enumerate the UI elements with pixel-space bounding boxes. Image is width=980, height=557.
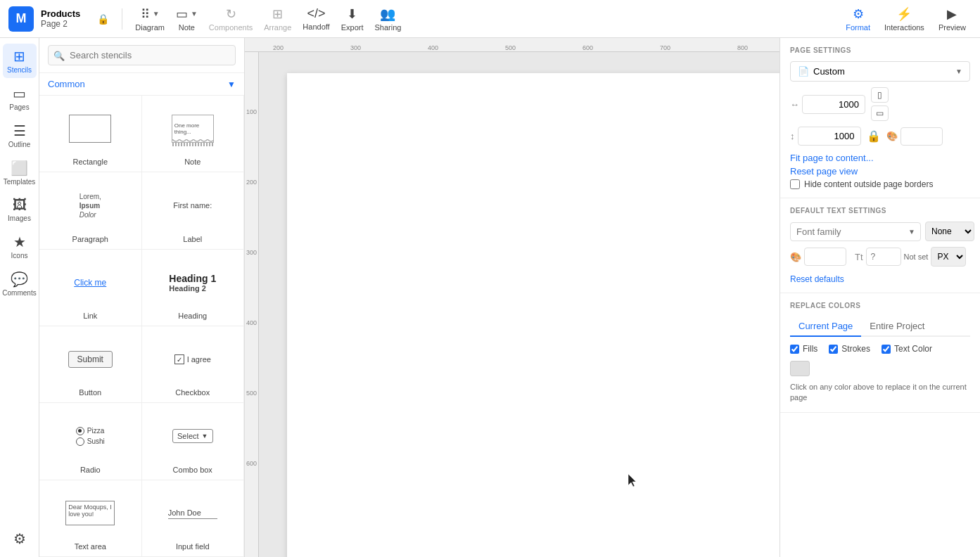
lock-dimensions-button[interactable]: 🔒 — [867, 129, 881, 143]
font-style-select[interactable]: None — [925, 222, 974, 241]
ruler-mark-700: 700 — [660, 44, 670, 51]
diagram-button[interactable]: ⠿ ▼ Diagram — [129, 4, 170, 34]
stencil-button[interactable]: Submit Button — [39, 326, 142, 403]
height-input-wrap: ↕ — [790, 127, 861, 146]
outline-icon: ☰ — [13, 122, 26, 139]
link-shape: Click me — [74, 278, 106, 288]
radio-label: Radio — [80, 466, 101, 474]
textarea-preview: Dear Moqups, I love you! — [45, 489, 136, 538]
sharing-label: Sharing — [374, 23, 401, 32]
reset-defaults-link[interactable]: Reset defaults — [790, 274, 844, 284]
stencil-label[interactable]: First name: Label — [142, 172, 245, 249]
portrait-button[interactable]: ▯ — [871, 87, 889, 103]
components-button[interactable]: ↻ Components — [203, 4, 258, 34]
radio-dot — [78, 429, 82, 433]
font-style-wrap: None — [925, 222, 974, 241]
checkbox-preview: ✓ I agree — [148, 335, 238, 384]
sidebar-item-stencils[interactable]: ⊞ Stencils — [3, 44, 37, 78]
font-family-input[interactable] — [790, 222, 921, 241]
note-dropdown-arrow: ▼ — [191, 10, 198, 18]
tab-entire-project[interactable]: Entire Project — [861, 316, 933, 335]
fills-checkbox[interactable] — [790, 345, 799, 354]
label-shape: First name: — [173, 201, 212, 210]
export-button[interactable]: ⬇ Export — [336, 4, 369, 34]
stencil-rectangle[interactable]: Rectangle — [39, 96, 142, 172]
px-select[interactable]: PX — [931, 247, 966, 267]
stencil-paragraph[interactable]: Lorem,IpsumDolor Paragraph — [39, 172, 142, 249]
hide-content-checkbox[interactable] — [790, 179, 800, 189]
stencil-textarea[interactable]: Dear Moqups, I love you! Text area — [39, 480, 142, 557]
fills-checkbox-item: Fills — [790, 344, 817, 354]
sidebar-item-settings[interactable]: ⚙ — [3, 526, 37, 551]
input-label: Input field — [176, 542, 210, 551]
arrange-button[interactable]: ⊞ Arrange — [258, 4, 297, 34]
note-shape: One more thing... — [172, 115, 214, 143]
width-input[interactable] — [802, 95, 865, 114]
templates-icon: ⬜ — [11, 160, 28, 177]
toolbar: M Products Page 2 🔒 ⠿ ▼ Diagram ▭ ▼ Note… — [0, 0, 980, 38]
fit-page-link[interactable]: Fit page to content... — [790, 153, 970, 163]
text-color-input[interactable] — [804, 248, 846, 266]
strokes-checkbox-item: Strokes — [829, 344, 870, 354]
px-select-wrap: PX — [931, 247, 959, 267]
ruler-mark-800: 800 — [737, 44, 748, 51]
height-input[interactable] — [798, 127, 861, 146]
sidebar-item-templates[interactable]: ⬜ Templates — [3, 155, 37, 190]
custom-select[interactable]: 📄 Custom ▼ — [790, 61, 970, 82]
sidebar-item-comments[interactable]: 💬 Comments — [3, 267, 37, 301]
reset-view-link[interactable]: Reset page view — [790, 166, 970, 177]
label-preview: First name: — [148, 181, 238, 230]
radio-circle-1 — [76, 427, 84, 435]
sidebar-item-outline[interactable]: ☰ Outline — [3, 118, 37, 153]
note-button[interactable]: ▭ ▼ Note — [170, 4, 203, 34]
interactions-button[interactable]: ⚡ Interactions — [879, 4, 930, 34]
app-title: Products Page 2 — [41, 8, 80, 29]
arrange-icon: ⊞ — [272, 6, 283, 22]
format-button[interactable]: ⚙ Format — [840, 4, 876, 34]
diagram-label: Diagram — [135, 23, 165, 32]
color-swatch[interactable] — [790, 361, 810, 376]
preview-button[interactable]: ▶ Preview — [933, 4, 972, 34]
landscape-button[interactable]: ▭ — [871, 105, 889, 121]
stencil-category-header[interactable]: Common ▼ — [39, 73, 244, 96]
stencil-heading[interactable]: Heading 1 Heading 2 Heading — [142, 250, 245, 326]
sidebar-item-images[interactable]: 🖼 Images — [3, 193, 37, 226]
tab-current-page[interactable]: Current Page — [790, 316, 861, 337]
stencil-input[interactable]: John Doe Input field — [142, 480, 245, 557]
text-color-checkbox[interactable] — [882, 345, 891, 354]
ruler-mark-v500: 500 — [246, 390, 257, 397]
stencil-link[interactable]: Click me Link — [39, 250, 142, 326]
category-arrow: ▼ — [227, 79, 236, 89]
canvas-area[interactable]: 200 300 400 500 600 700 800 100 200 300 … — [245, 38, 779, 557]
handoff-button[interactable]: </> Handoff — [297, 4, 335, 34]
bg-color-input[interactable] — [901, 127, 943, 146]
sidebar-item-icons[interactable]: ★ Icons — [3, 229, 37, 264]
height-row: ↕ 🔒 🎨 — [790, 127, 970, 146]
custom-label: Custom — [813, 66, 845, 77]
text-color-label: Text Color — [894, 344, 932, 354]
canvas-page[interactable] — [287, 73, 779, 557]
lock-icon[interactable]: 🔒 — [97, 13, 109, 25]
heading-shape: Heading 1 Heading 2 — [169, 273, 216, 293]
pages-label: Pages — [9, 103, 29, 111]
sharing-button[interactable]: 👥 Sharing — [369, 4, 407, 34]
ruler-mark-500: 500 — [505, 44, 516, 51]
stencil-combobox[interactable]: Select ▼ Combo box — [142, 403, 245, 480]
font-size-input[interactable] — [866, 248, 901, 266]
search-input[interactable] — [48, 45, 236, 65]
page-settings-title: PAGE SETTINGS — [790, 46, 970, 54]
radio-preview: Pizza Sushi — [45, 411, 136, 461]
note-icon: ▭ — [176, 6, 188, 22]
stencil-grid: Rectangle One more thing... Note — [39, 96, 244, 557]
stencil-radio[interactable]: Pizza Sushi Radio — [39, 403, 142, 480]
sidebar-item-pages[interactable]: ▭ Pages — [3, 81, 37, 115]
paragraph-shape: Lorem,IpsumDolor — [79, 192, 101, 219]
textarea-label: Text area — [75, 542, 106, 551]
button-preview: Submit — [45, 335, 136, 384]
stencil-checkbox[interactable]: ✓ I agree Checkbox — [142, 326, 245, 403]
canvas-content[interactable] — [259, 52, 779, 557]
stencil-note[interactable]: One more thing... Note — [142, 96, 245, 172]
reset-defaults-row: Reset defaults — [790, 274, 970, 284]
toolbar-right: ⚙ Format ⚡ Interactions ▶ Preview — [840, 4, 972, 34]
strokes-checkbox[interactable] — [829, 345, 838, 354]
